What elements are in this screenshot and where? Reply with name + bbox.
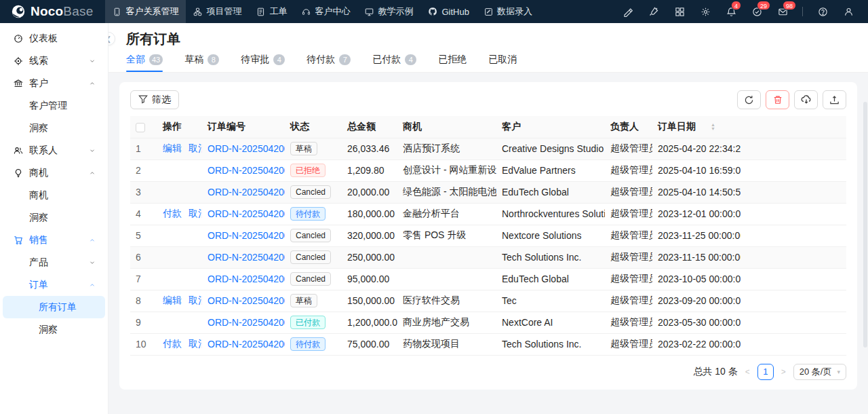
opportunity-cell	[397, 246, 496, 268]
delete-button[interactable]	[766, 90, 789, 109]
nav-item-GitHub[interactable]: GitHub	[420, 0, 476, 23]
order-number-link[interactable]: ORD-N-2025042000001	[208, 295, 285, 306]
refresh-button[interactable]	[737, 90, 761, 109]
settings-icon	[701, 7, 711, 17]
tab-草稿[interactable]: 草稿8	[184, 54, 219, 72]
order-number-link[interactable]: ORD-N-2025042000019	[208, 252, 285, 263]
amount-cell: 320,000.00	[342, 225, 397, 246]
cancel-link[interactable]: 取消	[189, 208, 202, 219]
top-menu: 客户关系管理项目管理工单客户中心教学示例GitHub数据录入	[105, 0, 539, 23]
cancel-link[interactable]: 取消	[189, 338, 202, 349]
order-number-link[interactable]: ORD-N-2025042000010	[208, 274, 285, 284]
ui-editor-button[interactable]	[616, 2, 639, 21]
prev-page-button[interactable]: <	[744, 367, 751, 377]
order-number-cell: ORD-N-2025042000016	[202, 203, 285, 225]
nav-item-label: 教学示例	[378, 5, 413, 18]
sidebar-item-洞察[interactable]: 洞察	[3, 318, 105, 341]
nav-item-客户关系管理[interactable]: 客户关系管理	[105, 0, 186, 23]
customer-cell: EdValue Partners	[496, 159, 605, 181]
page-size-select[interactable]: 20 条/页 ▾	[793, 364, 846, 380]
select-all-header	[130, 116, 157, 138]
order-number-link[interactable]: ORD-N-2025042000012	[208, 230, 285, 241]
nav-item-数据录入[interactable]: 数据录入	[477, 0, 540, 23]
sidebar-item-label: 商机	[29, 189, 48, 202]
cancel-link[interactable]: 取消	[189, 143, 202, 153]
scrollbar[interactable]	[863, 102, 867, 347]
order-number-link[interactable]: ORD-N-2025042000021	[208, 165, 285, 176]
tab-count-badge: 7	[339, 54, 351, 65]
sort-icon[interactable]: ▲▼	[711, 123, 715, 131]
apps-button[interactable]	[668, 2, 691, 21]
tab-待付款[interactable]: 待付款7	[307, 54, 351, 72]
nav-item-客户中心[interactable]: 客户中心	[294, 0, 357, 23]
tab-全部[interactable]: 全部43	[126, 54, 163, 72]
row-index-cell: 1	[130, 138, 157, 159]
edit-link[interactable]: 编辑	[163, 143, 182, 153]
tab-已拒绝[interactable]: 已拒绝	[438, 54, 467, 72]
sidebar-item-产品[interactable]: 产品	[3, 251, 105, 274]
help-button[interactable]	[811, 2, 834, 21]
edit-link[interactable]: 编辑	[163, 295, 182, 305]
pay-link[interactable]: 付款	[163, 208, 182, 219]
sidebar-item-客户管理[interactable]: 客户管理	[3, 94, 105, 117]
customer-cell: EduTech Global	[496, 181, 605, 203]
order-number-link[interactable]: ORD-N-2025042000007	[208, 339, 285, 350]
bell-button[interactable]: 4	[719, 2, 743, 21]
customer-cell: Tech Solutions Inc.	[496, 246, 605, 268]
sidebar-item-客户[interactable]: 客户	[3, 72, 105, 94]
current-page-button[interactable]: 1	[757, 364, 774, 380]
sidebar-item-线索[interactable]: 线索	[3, 50, 105, 72]
pay-link[interactable]: 付款	[163, 338, 182, 349]
nav-item-教学示例[interactable]: 教学示例	[357, 0, 420, 23]
next-page-button[interactable]: >	[780, 367, 787, 377]
status-badge: 已付款	[290, 316, 326, 329]
tab-已付款[interactable]: 已付款4	[372, 54, 416, 72]
sales-icon	[14, 236, 23, 245]
opportunity-cell: 酒店预订系统	[397, 138, 496, 159]
order-number-cell: ORD-N-2025042000019	[202, 246, 285, 268]
sidebar-item-订单[interactable]: 订单	[3, 274, 105, 296]
order-number-cell: ORD-N-2025042000006	[202, 138, 285, 159]
tab-count-badge: 4	[405, 54, 416, 65]
sidebar-item-label: 联系人	[29, 145, 58, 157]
cancel-link[interactable]: 取消	[189, 295, 202, 305]
sidebar-item-联系人[interactable]: 联系人	[3, 139, 105, 162]
sidebar-item-洞察[interactable]: 洞察	[3, 117, 105, 139]
sidebar-item-销售[interactable]: 销售	[3, 229, 105, 251]
column-header-label: 状态	[290, 121, 309, 132]
user-button[interactable]	[837, 2, 860, 21]
sidebar-item-仪表板[interactable]: 仪表板	[3, 27, 105, 50]
tasks-button[interactable]: 29	[745, 2, 768, 21]
order-date-cell: 2025-04-20 22:34:26	[652, 138, 741, 159]
nocobase-logo[interactable]: NocoBase	[11, 4, 93, 19]
order-number-link[interactable]: ORD-N-2025042000006	[208, 143, 285, 154]
content: 筛选 操作订单编号状态总金额商机客户负责人订单日期▲▼ 1编辑取消ORD-N-2…	[108, 73, 868, 399]
order-number-link[interactable]: ORD-N-2025042000009	[208, 187, 285, 197]
row-actions-cell: 编辑取消	[157, 290, 202, 312]
sidebar-item-label: 客户管理	[29, 100, 67, 112]
settings-button[interactable]	[694, 2, 717, 21]
api-button[interactable]	[642, 2, 665, 21]
nav-item-label: 客户中心	[315, 5, 350, 18]
sidebar-item-商机[interactable]: 商机	[3, 184, 105, 206]
nav-item-项目管理[interactable]: 项目管理	[186, 0, 249, 23]
sidebar-item-所有订单[interactable]: 所有订单	[3, 296, 105, 318]
order-number-link[interactable]: ORD-N-2025042000018	[208, 317, 285, 328]
status-badge: Cancled	[290, 250, 331, 264]
filter-button[interactable]: 筛选	[130, 90, 179, 109]
tab-已取消[interactable]: 已取消	[488, 54, 517, 72]
status-cell: 已拒绝	[285, 159, 342, 181]
tab-待审批[interactable]: 待审批4	[241, 54, 285, 72]
mail-button[interactable]: 98	[771, 2, 794, 21]
export-button[interactable]	[823, 90, 846, 109]
import-button[interactable]	[794, 90, 818, 109]
nav-item-工单[interactable]: 工单	[249, 0, 294, 23]
select-all-checkbox[interactable]	[136, 123, 145, 132]
opportunity-cell: 药物发现项目	[397, 333, 496, 355]
sidebar-item-洞察[interactable]: 洞察	[3, 206, 105, 229]
row-actions-cell: 编辑取消	[157, 138, 202, 159]
table-row: 10付款取消ORD-N-2025042000007待付款75,000.00药物发…	[130, 333, 846, 355]
sidebar-item-商机[interactable]: 商机	[3, 162, 105, 184]
column-header-label: 订单日期	[658, 121, 696, 132]
order-number-link[interactable]: ORD-N-2025042000016	[208, 208, 285, 219]
